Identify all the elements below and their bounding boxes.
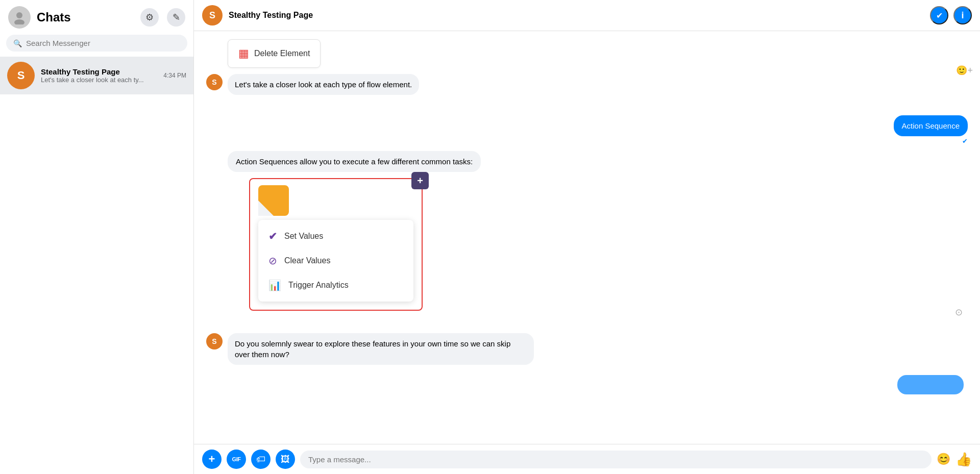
message-avatar-2: S: [206, 333, 223, 350]
compose-icon: ✎: [173, 12, 180, 23]
gear-icon: ⚙: [145, 12, 154, 23]
search-input[interactable]: [26, 39, 180, 47]
message-avatar: S: [206, 74, 223, 90]
chat-list-item[interactable]: S Stealthy Testing Page Let's take a clo…: [0, 57, 193, 94]
sent-message-row: Action Sequence ✔: [206, 115, 968, 145]
delete-element-card: ▦ Delete Element 🙂+: [228, 39, 968, 68]
emoji-add-icon[interactable]: 🙂+: [956, 65, 973, 76]
sent-check-icon: ✔: [962, 137, 968, 145]
action-seq-text-bubble: Action Sequences allow you to execute a …: [228, 151, 481, 172]
verify-button[interactable]: ✔: [930, 6, 948, 24]
clear-icon: ⊘: [268, 255, 277, 267]
trigger-analytics-item[interactable]: 📊 Trigger Analytics: [258, 273, 413, 297]
sidebar-header: Chats ⚙ ✎: [0, 0, 193, 35]
chat-header-name: Stealthy Testing Page: [229, 11, 924, 20]
partial-blue-button: [897, 375, 964, 394]
set-values-item[interactable]: ✔ Set Values: [258, 224, 413, 248]
chat-name: Stealthy Testing Page: [41, 67, 157, 76]
set-values-label: Set Values: [284, 232, 323, 241]
thumbs-up-button[interactable]: 👍: [955, 452, 972, 467]
chat-time: 4:34 PM: [163, 72, 186, 79]
clear-values-item[interactable]: ⊘ Clear Values: [258, 248, 413, 273]
sent-message-wrapper: Action Sequence ✔: [894, 115, 968, 145]
chat-main: S Stealthy Testing Page ✔ i ▦ Delete Ele…: [194, 0, 980, 474]
chat-header: S Stealthy Testing Page ✔ i: [194, 0, 980, 31]
action-dropdown-menu: ✔ Set Values ⊘ Clear Values 📊 Trigger An…: [258, 220, 413, 302]
sidebar: Chats ⚙ ✎ 🔍 S Stealthy Testing Page Let'…: [0, 0, 194, 474]
clear-values-label: Clear Values: [284, 256, 330, 265]
compose-button[interactable]: ✎: [167, 8, 185, 27]
message-bubble-2: Do you solemnly swear to explore these f…: [228, 333, 534, 365]
chat-avatar: S: [7, 62, 35, 89]
emoji-button[interactable]: 😊: [937, 453, 950, 466]
svg-point-1: [14, 19, 24, 24]
checkmark-icon: ✔: [268, 230, 277, 242]
chat-info: Stealthy Testing Page Let's take a close…: [41, 67, 157, 84]
message-row-2: Action Sequences allow you to execute a …: [206, 151, 968, 172]
chat-list: S Stealthy Testing Page Let's take a clo…: [0, 57, 193, 474]
add-button[interactable]: +: [202, 450, 222, 469]
gif-button[interactable]: GIF: [227, 450, 246, 469]
action-seq-body: ✔ Set Values ⊘ Clear Values 📊 Trigger An…: [250, 179, 422, 310]
search-icon: 🔍: [13, 39, 22, 47]
settings-button[interactable]: ⚙: [140, 8, 159, 27]
trigger-analytics-label: Trigger Analytics: [288, 281, 349, 290]
search-bar[interactable]: 🔍: [6, 35, 187, 52]
messages-area: ▦ Delete Element 🙂+ S Let's take a close…: [194, 31, 980, 444]
delete-icon: ▦: [238, 47, 249, 60]
info-button[interactable]: i: [953, 6, 972, 24]
header-right-icons: ✔ i: [930, 6, 972, 24]
chat-preview: Let's take a closer look at each ty...: [41, 76, 157, 84]
action-seq-card: + ✔ Set Values ⊘ Clear Value: [228, 178, 968, 311]
photo-button[interactable]: 🖼: [276, 450, 295, 469]
chat-header-avatar: S: [202, 5, 223, 26]
scroll-indicator: ⊙: [955, 307, 963, 318]
partial-button-row: [206, 375, 968, 394]
delete-element-label: Delete Element: [254, 49, 310, 58]
message-bubble: Let's take a closer look at each type of…: [228, 74, 419, 95]
action-seq-thumbnail: [258, 185, 289, 216]
sticker-button[interactable]: 🏷: [251, 450, 271, 469]
sidebar-icons: ⚙ ✎: [140, 8, 185, 27]
sent-message-bubble: Action Sequence: [894, 115, 968, 136]
sidebar-title: Chats: [37, 10, 134, 24]
user-avatar: [8, 6, 31, 29]
message-input[interactable]: [300, 451, 932, 468]
message-row-3: S Do you solemnly swear to explore these…: [206, 333, 968, 365]
action-seq-menu-card: + ✔ Set Values ⊘ Clear Value: [249, 178, 423, 311]
message-row: S Let's take a closer look at each type …: [206, 74, 968, 95]
input-area: + GIF 🏷 🖼 😊 👍: [194, 444, 980, 474]
svg-point-0: [16, 12, 22, 18]
add-action-button[interactable]: +: [411, 172, 429, 189]
analytics-icon: 📊: [268, 279, 281, 291]
